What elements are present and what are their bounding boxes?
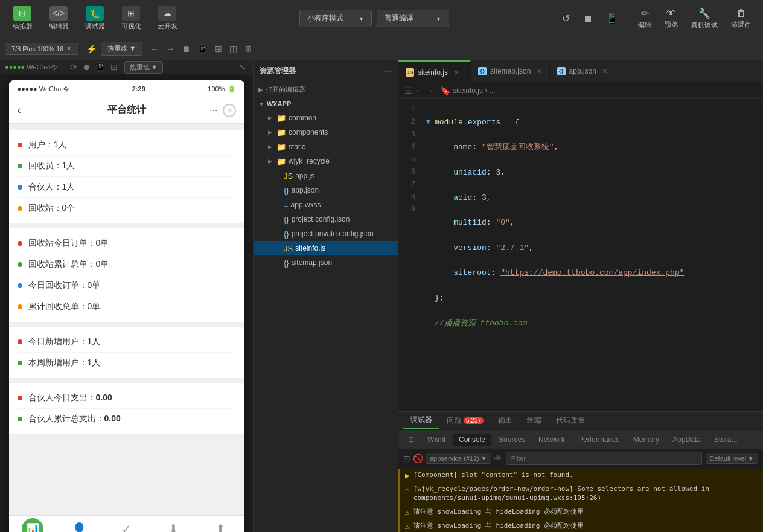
dot-user <box>18 143 22 147</box>
phone-size-icon[interactable]: 📱 <box>194 42 211 56</box>
simulator-btn[interactable]: ⊡ 模拟器 <box>6 4 39 33</box>
devtools-tab-wxml[interactable]: Wxml <box>421 434 452 446</box>
file-sitemap-json[interactable]: ▶ {} sitemap.json <box>254 255 398 270</box>
bottom-nav-withdraw[interactable]: ⬆ 提现记录 <box>197 516 244 532</box>
dot-partner <box>18 185 22 190</box>
wxapp-toggle[interactable]: ▼ WXAPP <box>254 97 398 111</box>
file-project-config[interactable]: ▶ {} project.config.json <box>254 212 398 226</box>
bottom-tab-debugger[interactable]: 调试器 <box>403 412 439 429</box>
bottom-tab-output[interactable]: 输出 <box>491 412 520 429</box>
folder-components[interactable]: ▶ 📁 components <box>254 125 398 139</box>
file-app-js[interactable]: ▶ JS app.js <box>254 168 398 183</box>
hot-reload-btn[interactable]: ⚡ <box>83 42 100 56</box>
phone-frame-icon[interactable]: 📱 <box>94 60 107 74</box>
clear-cache-btn[interactable]: 🗑 清缓存 <box>725 5 757 31</box>
folder-wjyk-recycle[interactable]: ▶ 📁 wjyk_recycle <box>254 154 398 168</box>
phone-more-btn[interactable]: ··· <box>209 105 217 116</box>
file-project-private-config[interactable]: ▶ {} project.private.config.json <box>254 226 398 241</box>
tab-sitemap-icon: {} <box>478 67 487 75</box>
phone-back-btn[interactable]: ‹ <box>18 104 21 117</box>
visualize-btn[interactable]: ⊞ 可视化 <box>115 4 147 33</box>
rotate-icon[interactable]: ⟳ <box>68 60 79 74</box>
devtools-tab-console[interactable]: Console <box>453 434 491 446</box>
refresh-btn[interactable]: ↺ <box>556 10 576 27</box>
phone-screen: ●●●●● WeChat令 2:29 100% 🔋 ‹ 平台统计 ··· ⊙ <box>9 80 244 532</box>
devtools-btn-inspect[interactable]: ⊡ <box>402 434 420 446</box>
level-selector[interactable]: Default level ▼ <box>706 453 758 464</box>
breadcrumb-bookmark[interactable]: 🔖 <box>440 86 450 95</box>
code-content[interactable]: ▼module.exports = { name: "智慧废品回收系统", un… <box>420 99 763 411</box>
devtools-tab-sources[interactable]: Sources <box>493 434 531 446</box>
bottom-nav-review[interactable]: ✓ 审核提现 <box>103 516 150 532</box>
layers-icon[interactable]: ◫ <box>226 42 240 56</box>
stop-btn[interactable]: ⏹ <box>577 11 599 27</box>
filter-input[interactable] <box>506 452 702 465</box>
breadcrumb-toggle[interactable]: ☰ <box>404 86 412 95</box>
compile-mode-dropdown[interactable]: 小程序模式 <box>299 10 372 27</box>
tab-app-json-close[interactable]: × <box>602 66 607 76</box>
editor-btn[interactable]: </> 编辑器 <box>42 4 75 33</box>
open-editors-toggle[interactable]: ▶ 打开的编辑器 <box>254 82 398 97</box>
tab-app-json[interactable]: {} app.json × <box>550 60 622 82</box>
record-icon[interactable]: ⏺ <box>80 60 92 74</box>
bottom-tab-terminal[interactable]: 终端 <box>520 412 549 429</box>
devtools-tab-memory[interactable]: Memory <box>627 434 665 446</box>
code-line-8: }; <box>426 292 757 305</box>
forward-nav-icon[interactable]: → <box>163 42 177 56</box>
line-num-6: 6 <box>398 167 415 179</box>
code-area[interactable]: 1 2 3 4 5 6 7 8 9 ▼module.exports = { na… <box>398 99 763 411</box>
console-msg-4: ⚠ 请注意 showLoading 与 hideLoading 必须配对使用 <box>398 519 763 532</box>
settings-icon[interactable]: ⚙ <box>241 42 255 56</box>
context-selector[interactable]: appservice (#12) ▼ <box>426 453 491 464</box>
console-text-1: [Component] slot "content" is not found. <box>413 470 573 479</box>
breadcrumb-back[interactable]: ← <box>415 86 423 95</box>
back-nav-icon[interactable]: ← <box>147 42 162 56</box>
compile-type-dropdown[interactable]: 普通编译 <box>377 10 449 27</box>
devtools-tab-appdata[interactable]: AppData <box>666 434 707 446</box>
phone-panel: ●●●●● WeChat令 ⟳ ⏺ 📱 ⊡ 热重载 ▼ ⤡ ●●● <box>0 60 254 532</box>
hot-reload-toggle[interactable]: 热重载 ▼ <box>124 61 163 74</box>
compile-btn[interactable]: ✏ 编辑 <box>632 5 657 32</box>
tab-siteinfo-icon: JS <box>406 68 414 77</box>
real-debug-btn[interactable]: 🔧 真机调试 <box>685 5 724 32</box>
file-app-wxss[interactable]: ▶ ≡ app.wxss <box>254 197 398 212</box>
stop-nav-icon[interactable]: ⏹ <box>179 42 193 56</box>
filter-block-icon[interactable]: ⊡ <box>403 453 410 463</box>
bottom-tab-problems[interactable]: 问题 5,237 <box>439 412 491 429</box>
tab-siteinfo-close[interactable]: × <box>454 68 459 77</box>
folder-static[interactable]: ▶ 📁 static <box>254 139 398 154</box>
bottom-tab-quality[interactable]: 代码质量 <box>549 412 592 429</box>
tab-siteinfo-js[interactable]: JS siteinfo.js × <box>398 60 471 82</box>
breadcrumb-forward[interactable]: → <box>426 86 434 95</box>
dot-partner-total <box>18 417 22 421</box>
bottom-nav-recharge[interactable]: ⬇ 充值记录 <box>150 516 197 532</box>
expand-icon[interactable]: ⤡ <box>237 60 248 74</box>
devtools-tab-performance[interactable]: Performance <box>572 434 626 446</box>
phone-camera-btn[interactable]: ⊙ <box>223 104 236 117</box>
bottom-nav-stats[interactable]: 📊 平台统计 <box>9 516 56 532</box>
devtools-tab-storage[interactable]: Stora... <box>708 434 744 446</box>
file-siteinfo-js[interactable]: ▶ JS siteinfo.js <box>254 241 398 255</box>
device-info[interactable]: ●●●●● WeChat令 <box>5 63 61 72</box>
file-app-json[interactable]: ▶ {} app.json <box>254 183 398 197</box>
bottom-tab-problems-label: 问题 <box>447 415 461 426</box>
preview-icon: 👁 <box>666 8 676 19</box>
devtools-tab-network[interactable]: Network <box>532 434 571 446</box>
tab-sitemap-json[interactable]: {} sitemap.json × <box>471 60 550 82</box>
explorer-menu-btn[interactable]: ··· <box>385 66 392 76</box>
filter-clear-icon[interactable]: 🚫 <box>413 453 423 463</box>
device-selector[interactable]: 7/8 Plus 100% 16 ▼ <box>5 43 78 55</box>
bottom-tab-quality-label: 代码质量 <box>556 415 585 426</box>
hot-reload-label[interactable]: 热重载 ▼ <box>101 42 142 56</box>
phone-btn[interactable]: 📱 <box>600 10 624 27</box>
tab-sitemap-close[interactable]: × <box>537 66 541 76</box>
folder-common[interactable]: ▶ 📁 common <box>254 111 398 125</box>
cloud-dev-btn[interactable]: ☁ 云开发 <box>151 4 184 33</box>
qr-icon[interactable]: ⊡ <box>109 60 120 74</box>
filter-eye-icon[interactable]: 👁 <box>494 453 502 463</box>
debugger-btn[interactable]: 🐛 调试器 <box>78 4 111 33</box>
console-text-3: 请注意 showLoading 与 hideLoading 必须配对使用 <box>413 507 584 516</box>
grid-icon[interactable]: ⊞ <box>212 42 225 56</box>
bottom-nav-audit[interactable]: 👤 管理审核 <box>56 516 103 532</box>
preview-btn[interactable]: 👁 预览 <box>659 5 684 31</box>
